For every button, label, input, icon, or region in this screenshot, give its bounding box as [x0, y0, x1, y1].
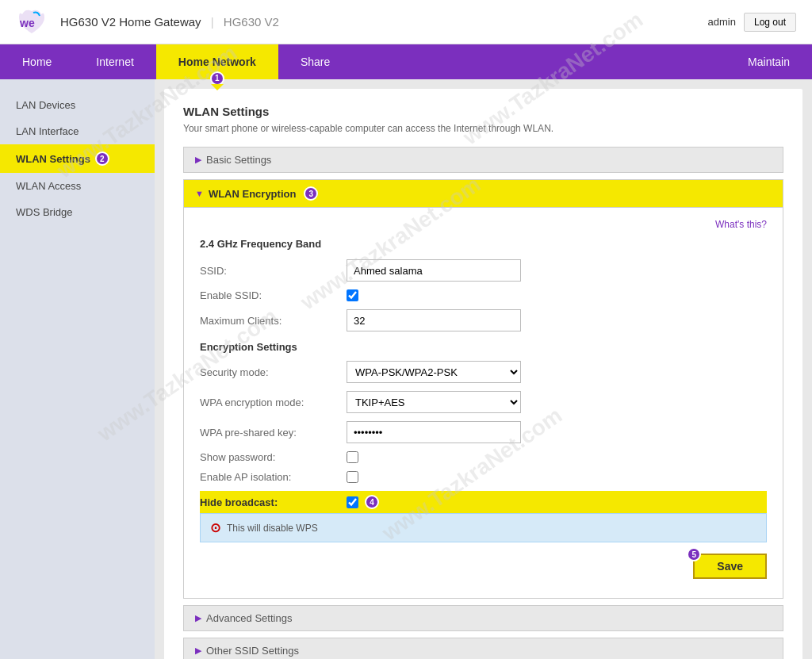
wlan-encryption-content: What's this? 2.4 GHz Frequency Band SSID…: [183, 208, 783, 599]
sidebar-item-lan-interface[interactable]: LAN Interface: [0, 118, 155, 144]
we-logo-icon: we: [16, 8, 48, 36]
arrow-down-icon: ▼: [195, 189, 204, 198]
sidebar-item-lan-devices[interactable]: LAN Devices: [0, 92, 155, 118]
logout-button[interactable]: Log out: [744, 13, 796, 32]
security-mode-label: Security mode:: [200, 366, 347, 378]
enable-ap-checkbox[interactable]: [347, 471, 358, 483]
nav-item-home-network[interactable]: Home Network 1: [156, 44, 278, 79]
sidebar-item-wds-bridge[interactable]: WDS Bridge: [0, 199, 155, 225]
warning-icon: ⊙: [210, 520, 220, 535]
enable-ssid-row: Enable SSID:: [200, 289, 767, 301]
nav-item-share[interactable]: Share: [278, 44, 352, 79]
show-password-row: Show password:: [200, 451, 767, 463]
arrow-right-icon-adv: ▶: [195, 613, 201, 623]
enable-ap-row: Enable AP isolation:: [200, 471, 767, 483]
nav-item-maintain[interactable]: Maintain: [726, 44, 812, 79]
save-button[interactable]: Save: [693, 554, 767, 579]
admin-label: admin: [708, 16, 736, 28]
arrow-right-icon-ssid: ▶: [195, 646, 201, 656]
ssid-label: SSID:: [200, 265, 347, 277]
enable-ssid-checkbox[interactable]: [347, 289, 358, 301]
max-clients-row: Maximum Clients:: [200, 309, 767, 331]
header: we HG630 V2 Home Gateway | HG630 V2 admi…: [0, 0, 812, 44]
psk-row: WPA pre-shared key:: [200, 421, 767, 443]
show-password-label: Show password:: [200, 451, 347, 463]
wpa-enc-row: WPA encryption mode: TKIP AES TKIP+AES: [200, 391, 767, 413]
wlan-encryption-header[interactable]: ▼ WLAN Encryption 3: [183, 179, 783, 208]
main-nav: Home Internet Home Network 1 Share Maint…: [0, 44, 812, 79]
max-clients-input[interactable]: [347, 309, 521, 331]
wpa-enc-label: WPA encryption mode:: [200, 397, 347, 408]
nav-item-home[interactable]: Home: [0, 44, 74, 79]
logo: we: [16, 8, 48, 36]
wpa-enc-select[interactable]: TKIP AES TKIP+AES: [347, 391, 521, 413]
hide-broadcast-row: Hide broadcast: 4: [200, 491, 767, 513]
basic-settings-header[interactable]: ▶ Basic Settings: [183, 147, 783, 173]
wps-warning-box: ⊙ This will disable WPS: [200, 513, 767, 542]
enable-ap-label: Enable AP isolation:: [200, 471, 347, 483]
warning-text: This will disable WPS: [227, 523, 318, 534]
ssid-row: SSID:: [200, 259, 767, 282]
sidebar-badge-2: 2: [95, 151, 109, 166]
header-right: admin Log out: [708, 13, 796, 32]
security-mode-select[interactable]: None WEP WPA-PSK WPA2-PSK WPA-PSK/WPA2-P…: [347, 361, 521, 383]
sidebar: LAN Devices LAN Interface WLAN Settings …: [0, 79, 155, 659]
layout: LAN Devices LAN Interface WLAN Settings …: [0, 79, 812, 659]
whats-this-link[interactable]: What's this?: [200, 219, 767, 230]
svg-text:we: we: [19, 17, 35, 29]
hide-broadcast-checkbox[interactable]: [347, 496, 358, 508]
advanced-settings-header[interactable]: ▶ Advanced Settings: [183, 605, 783, 631]
main-content: WLAN Settings Your smart phone or wirele…: [164, 89, 802, 659]
security-mode-row: Security mode: None WEP WPA-PSK WPA2-PSK…: [200, 361, 767, 383]
nav-item-internet[interactable]: Internet: [74, 44, 155, 79]
ssid-input[interactable]: [347, 259, 521, 282]
arrow-right-icon: ▶: [195, 155, 201, 165]
enc-badge-3: 3: [304, 186, 318, 201]
page-title: WLAN Settings: [183, 105, 783, 118]
sidebar-item-wlan-settings[interactable]: WLAN Settings 2: [0, 144, 155, 173]
freq-band-title: 2.4 GHz Frequency Band: [200, 238, 767, 250]
psk-label: WPA pre-shared key:: [200, 427, 347, 439]
max-clients-label: Maximum Clients:: [200, 315, 347, 327]
hide-broadcast-badge-4: 4: [365, 495, 379, 509]
header-title: HG630 V2 Home Gateway | HG630 V2: [60, 15, 279, 29]
psk-input[interactable]: [347, 421, 521, 443]
enable-ssid-label: Enable SSID:: [200, 289, 347, 301]
show-password-checkbox[interactable]: [347, 451, 358, 463]
page-description: Your smart phone or wireless-capable com…: [183, 123, 783, 134]
save-row: 5 Save: [200, 554, 767, 579]
hide-broadcast-label: Hide broadcast:: [200, 496, 347, 508]
other-ssid-header[interactable]: ▶ Other SSID Settings: [183, 638, 783, 659]
sidebar-item-wlan-access[interactable]: WLAN Access: [0, 173, 155, 199]
enc-settings-title: Encryption Settings: [200, 341, 767, 353]
